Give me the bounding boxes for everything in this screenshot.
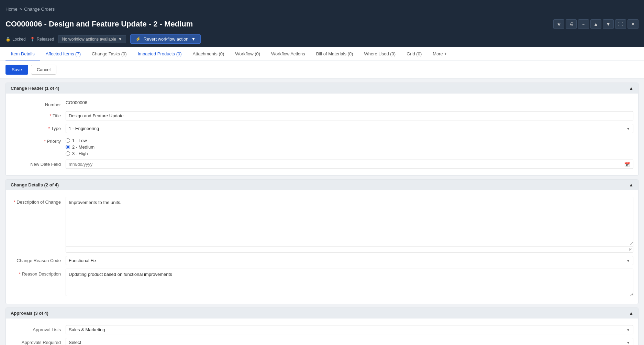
approvals-collapse-icon: ▲ [629, 311, 633, 316]
priority-medium-item[interactable]: 2 - Medium [66, 144, 633, 150]
number-field: CO000006 [66, 100, 633, 105]
reason-desc-field: Updating product based on functional imp… [66, 269, 633, 297]
change-details-title[interactable]: Change Details (2 of 4) ▲ [6, 180, 638, 190]
approval-lists-select-wrapper: Sales & Marketing [66, 325, 633, 334]
revert-dropdown-icon: ▼ [191, 36, 196, 42]
number-row: Number CO000006 [6, 98, 638, 109]
reason-desc-textarea[interactable]: Updating product based on functional imp… [66, 269, 633, 296]
approvals-required-select-wrapper: Select [66, 338, 633, 345]
tab-workflow-actions[interactable]: Workflow Actions [266, 47, 311, 61]
description-textarea[interactable]: Improvements to the units. [66, 197, 633, 245]
description-textarea-wrapper: Improvements to the units. P [66, 197, 633, 252]
change-header-label: Change Header (1 of 4) [11, 86, 59, 91]
title-input[interactable] [66, 111, 633, 120]
priority-row: Priority 1 - Low 2 - Medium [6, 135, 638, 158]
priority-field: 1 - Low 2 - Medium 3 - High [66, 137, 633, 156]
breadcrumb-current: Change Orders [24, 7, 55, 12]
priority-low-label: 1 - Low [72, 138, 87, 143]
description-row: Description of Change Improvements to th… [6, 195, 638, 254]
dropdown-icon: ▼ [118, 37, 122, 42]
tab-change-tasks[interactable]: Change Tasks (0) [86, 47, 132, 61]
new-date-label: New Date Field [11, 160, 66, 167]
approvals-title[interactable]: Approvals (3 of 4) ▲ [6, 308, 638, 319]
approval-lists-field: Sales & Marketing [66, 325, 633, 334]
change-header-section: Change Header (1 of 4) ▲ Number CO000006… [5, 83, 639, 176]
cancel-button[interactable]: Cancel [31, 65, 56, 75]
pin-icon: 📍 [30, 37, 35, 42]
tab-more[interactable]: More + [427, 47, 452, 61]
tab-workflow[interactable]: Workflow (0) [230, 47, 266, 61]
change-reason-label: Change Reason Code [11, 256, 66, 263]
star-icon: ★ [557, 21, 561, 27]
priority-high-radio[interactable] [66, 151, 70, 156]
revert-label: Revert workflow action [144, 36, 189, 42]
expand-button[interactable]: ⛶ [615, 19, 626, 29]
priority-high-item[interactable]: 3 - High [66, 151, 633, 156]
approvals-section: Approvals (3 of 4) ▲ Approval Lists Sale… [5, 308, 639, 345]
chevron-down-icon: ▼ [606, 21, 611, 27]
tab-impacted-products[interactable]: Impacted Products (0) [132, 47, 187, 61]
save-button[interactable]: Save [5, 65, 28, 75]
change-header-collapse-icon: ▲ [629, 86, 633, 91]
change-reason-field: Functional Fix [66, 256, 633, 265]
more-button[interactable]: ··· [578, 19, 589, 29]
change-reason-select-wrapper: Functional Fix [66, 256, 633, 265]
reason-desc-label: Reason Description [11, 269, 66, 277]
title-actions: ★ 🖨 ··· ▲ ▼ ⛶ ✕ [553, 19, 639, 29]
change-details-collapse-icon: ▲ [629, 182, 633, 187]
type-select-wrapper: 1 - Engineering [66, 124, 633, 133]
title-row: Title [6, 109, 638, 122]
approvals-required-field: Select [66, 338, 633, 345]
new-date-row: New Date Field 📅 [6, 158, 638, 171]
print-icon: 🖨 [569, 21, 574, 27]
locked-badge: 🔒 Locked [5, 37, 26, 42]
approvals-body: Approval Lists Sales & Marketing Approva… [6, 319, 638, 345]
tab-bill-of-materials[interactable]: Bill of Materials (0) [311, 47, 359, 61]
description-field: Improvements to the units. P [66, 197, 633, 252]
priority-low-radio[interactable] [66, 138, 70, 143]
new-date-input[interactable] [66, 160, 633, 169]
tab-item-details[interactable]: Item Details [5, 47, 40, 61]
no-workflow-button[interactable]: No workflow actions available ▼ [58, 35, 126, 43]
page-title: CO000006 - Design and Feature Update - 2… [5, 20, 193, 29]
released-label: Released [37, 37, 54, 42]
change-details-label: Change Details (2 of 4) [11, 182, 59, 187]
approvals-required-select[interactable]: Select [66, 338, 633, 345]
number-label: Number [11, 100, 66, 107]
approvals-required-label: Approvals Required [11, 338, 66, 345]
close-button[interactable]: ✕ [628, 19, 639, 29]
nav-up-button[interactable]: ▲ [590, 19, 601, 29]
star-button[interactable]: ★ [553, 19, 564, 29]
flash-icon: ⚡ [135, 36, 141, 42]
main-content: Change Header (1 of 4) ▲ Number CO000006… [0, 78, 644, 345]
change-header-title[interactable]: Change Header (1 of 4) ▲ [6, 83, 638, 94]
reason-desc-row: Reason Description Updating product base… [6, 267, 638, 299]
priority-high-label: 3 - High [72, 151, 88, 156]
priority-medium-label: 2 - Medium [72, 144, 95, 150]
print-button[interactable]: 🖨 [566, 19, 577, 29]
no-workflow-label: No workflow actions available [62, 37, 116, 42]
tab-where-used[interactable]: Where Used (0) [358, 47, 401, 61]
nav-down-button[interactable]: ▼ [603, 19, 614, 29]
breadcrumb-sep: > [20, 7, 22, 12]
number-value: CO000006 [66, 98, 87, 107]
type-field: 1 - Engineering [66, 124, 633, 133]
tab-attachments[interactable]: Attachments (0) [187, 47, 230, 61]
type-select[interactable]: 1 - Engineering [66, 124, 633, 133]
approvals-label: Approvals (3 of 4) [11, 311, 48, 316]
priority-low-item[interactable]: 1 - Low [66, 138, 633, 143]
type-label: Type [11, 124, 66, 131]
revert-workflow-button[interactable]: ⚡ Revert workflow action ▼ [130, 34, 201, 44]
approvals-required-row: Approvals Required Select [6, 336, 638, 345]
approval-lists-label: Approval Lists [11, 325, 66, 332]
priority-medium-radio[interactable] [66, 145, 70, 149]
breadcrumb-home[interactable]: Home [5, 7, 18, 12]
description-label: Description of Change [11, 197, 66, 205]
action-bar: Save Cancel [0, 61, 644, 78]
approval-lists-select[interactable]: Sales & Marketing [66, 325, 633, 334]
change-reason-select[interactable]: Functional Fix [66, 256, 633, 265]
title-bar: CO000006 - Design and Feature Update - 2… [0, 18, 644, 32]
tab-affected-items[interactable]: Affected Items (7) [40, 47, 86, 61]
tab-grid[interactable]: Grid (0) [401, 47, 427, 61]
title-field [66, 111, 633, 120]
